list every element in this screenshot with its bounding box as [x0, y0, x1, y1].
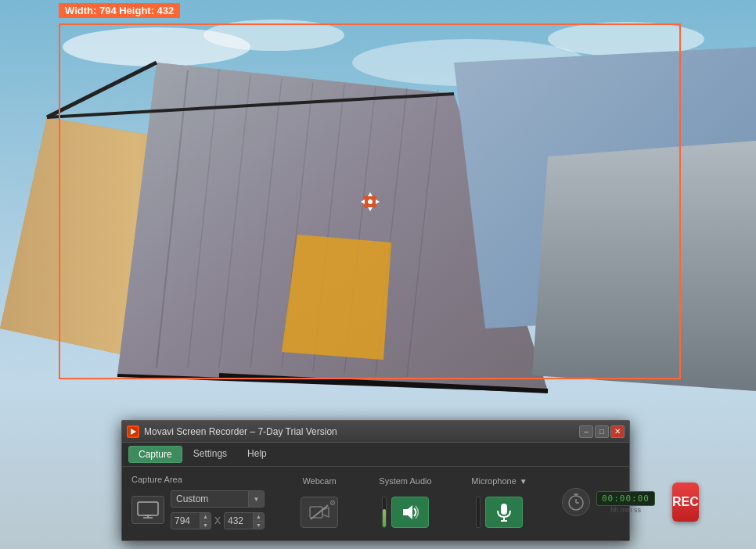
preset-dropdown-arrow: ▼ [248, 491, 264, 507]
minimize-button[interactable]: – [579, 425, 593, 438]
timer-display: 00:00:00 [596, 491, 655, 506]
webcam-button[interactable]: ⚙ [301, 497, 338, 528]
width-value: 794 [171, 515, 200, 526]
microphone-dropdown-arrow[interactable]: ▼ [520, 477, 527, 486]
height-down[interactable]: ▼ [254, 522, 264, 529]
preset-dropdown[interactable]: Custom ▼ [171, 490, 265, 508]
menu-item-help[interactable]: Help [238, 446, 276, 463]
size-row: 794 ▲ ▼ X 432 ▲ ▼ [171, 512, 265, 529]
height-input[interactable]: 432 ▲ ▼ [224, 512, 265, 529]
width-spinners: ▲ ▼ [200, 513, 211, 529]
capture-controls: Custom ▼ 794 ▲ ▼ X 432 [131, 490, 265, 529]
capture-area-label: Capture Area [131, 475, 265, 484]
microphone-section: Microphone ▼ [468, 476, 531, 528]
system-audio-section: System Audio [374, 476, 437, 528]
capture-area-section: Capture Area Custom ▼ [131, 475, 265, 529]
recorder-window: Movavi Screen Recorder – 7-Day Trial Ver… [121, 420, 630, 541]
title-bar-left: Movavi Screen Recorder – 7-Day Trial Ver… [127, 425, 337, 438]
svg-rect-38 [310, 507, 322, 518]
height-spinners: ▲ ▼ [253, 513, 264, 529]
webcam-label: Webcam [302, 476, 336, 486]
timer-clock-button[interactable] [562, 488, 590, 516]
window-controls: – □ ✕ [579, 425, 625, 438]
close-button[interactable]: ✕ [610, 425, 625, 438]
preset-value: Custom [171, 493, 248, 504]
svg-marker-29 [361, 199, 365, 204]
microphone-label: Microphone [471, 476, 516, 486]
width-down[interactable]: ▼ [200, 522, 211, 529]
title-bar: Movavi Screen Recorder – 7-Day Trial Ver… [122, 421, 629, 443]
svg-marker-28 [368, 207, 373, 211]
menu-bar: Capture Settings Help [122, 443, 629, 467]
svg-marker-30 [376, 199, 380, 204]
system-audio-label: System Audio [379, 476, 431, 486]
menu-item-capture[interactable]: Capture [128, 446, 182, 463]
svg-point-31 [368, 199, 373, 204]
width-input[interactable]: 794 ▲ ▼ [171, 512, 211, 529]
microphone-button[interactable] [485, 497, 523, 528]
capture-screen-button[interactable] [131, 496, 164, 524]
capture-selection-box[interactable]: Width: 794 Height: 432 [59, 23, 681, 379]
main-panel: Capture Area Custom ▼ [122, 467, 629, 540]
mic-label-row: Microphone ▼ [471, 476, 527, 486]
capture-dimensions-label: Width: 794 Height: 432 [59, 3, 180, 18]
rec-button[interactable]: REC [672, 483, 699, 522]
width-up[interactable]: ▲ [200, 513, 211, 522]
timer-rec-section: 00:00:00 hh mm ss [562, 488, 655, 516]
audio-level-bar [382, 497, 387, 528]
window-title: Movavi Screen Recorder – 7-Day Trial Ver… [144, 426, 337, 437]
svg-marker-27 [368, 192, 373, 196]
maximize-button[interactable]: □ [595, 425, 609, 438]
svg-rect-42 [501, 504, 507, 515]
svg-rect-34 [138, 502, 158, 515]
move-cursor-icon[interactable] [358, 189, 383, 214]
system-audio-button[interactable] [391, 497, 429, 528]
capture-right-controls: Custom ▼ 794 ▲ ▼ X 432 [171, 490, 265, 529]
audio-level-fill [383, 509, 386, 527]
mic-level-bar [476, 497, 481, 528]
app-icon [127, 425, 139, 438]
webcam-settings-gear[interactable]: ⚙ [329, 499, 336, 507]
height-value: 432 [225, 515, 253, 526]
x-separator: X [214, 515, 221, 526]
menu-item-settings[interactable]: Settings [184, 446, 236, 463]
height-up[interactable]: ▲ [254, 513, 264, 522]
timer-sub-label: hh mm ss [610, 506, 641, 514]
webcam-section: Webcam ⚙ [296, 476, 343, 528]
svg-marker-41 [403, 505, 412, 519]
